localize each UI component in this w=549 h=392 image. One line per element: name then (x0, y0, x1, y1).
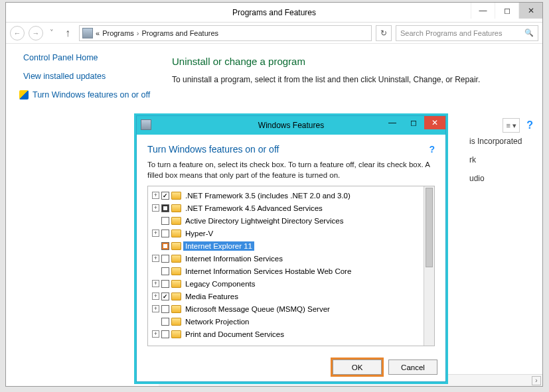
feature-item[interactable]: Internet Information Services Hostable W… (149, 265, 422, 277)
feature-checkbox[interactable] (161, 255, 169, 263)
feature-checkbox[interactable] (161, 217, 169, 225)
feature-item[interactable]: Network Projection (149, 315, 422, 328)
feature-item[interactable]: +.NET Framework 4.5 Advanced Services (149, 202, 422, 214)
feature-item[interactable]: Internet Explorer 11 (149, 239, 422, 252)
expand-button[interactable]: + (152, 293, 159, 300)
breadcrumb-programs[interactable]: Programs (102, 29, 134, 37)
folder-icon (171, 330, 181, 338)
dialog-heading: Turn Windows features on or off (147, 144, 279, 155)
view-options-button[interactable]: ≡ ▾ (503, 118, 520, 133)
feature-label: Active Directory Lightweight Directory S… (183, 216, 345, 226)
chevron-right-icon: › (137, 29, 139, 37)
help-icon[interactable]: ? (526, 119, 533, 131)
feature-label: Internet Explorer 11 (183, 241, 254, 251)
shield-icon (19, 90, 29, 99)
features-tree: +.NET Framework 3.5 (includes .NET 2.0 a… (147, 186, 435, 346)
sidebar-item-turn-windows-features[interactable]: Turn Windows features on or off (19, 90, 152, 99)
feature-label: Internet Information Services Hostable W… (183, 267, 353, 276)
feature-label: Media Features (183, 292, 240, 301)
expand-spacer (152, 217, 159, 224)
feature-item[interactable]: +Hyper-V (149, 227, 422, 239)
folder-icon (171, 217, 181, 225)
expand-spacer (152, 242, 159, 249)
sidebar-item-control-panel-home[interactable]: Control Panel Home (19, 53, 152, 62)
feature-checkbox[interactable] (161, 305, 169, 313)
feature-item[interactable]: Active Directory Lightweight Directory S… (149, 214, 422, 227)
feature-checkbox[interactable] (161, 318, 169, 326)
close-button[interactable]: ✕ (518, 3, 542, 19)
folder-icon (171, 255, 181, 263)
feature-checkbox[interactable] (161, 204, 169, 212)
dialog-help-icon[interactable]: ? (429, 144, 435, 155)
back-button[interactable]: ← (10, 26, 25, 40)
forward-button[interactable]: → (29, 26, 43, 40)
folder-icon (171, 280, 181, 288)
feature-label: Network Projection (183, 317, 252, 326)
folder-icon (171, 192, 181, 200)
feature-item[interactable]: +Microsoft Message Queue (MSMQ) Server (149, 302, 422, 315)
feature-checkbox[interactable] (161, 293, 169, 300)
features-tree-list[interactable]: +.NET Framework 3.5 (includes .NET 2.0 a… (148, 186, 424, 346)
feature-checkbox[interactable] (161, 192, 169, 200)
history-dropdown[interactable]: ˅ (47, 26, 56, 40)
feature-item[interactable]: +.NET Framework 3.5 (includes .NET 2.0 a… (149, 189, 422, 202)
minimize-button[interactable]: — (471, 3, 495, 19)
feature-item[interactable]: +Print and Document Services (149, 328, 422, 340)
refresh-button[interactable]: ↻ (376, 25, 392, 41)
feature-label: .NET Framework 3.5 (includes .NET 2.0 an… (183, 191, 353, 200)
expand-button[interactable]: + (152, 192, 159, 199)
folder-icon (171, 305, 181, 313)
breadcrumb[interactable]: « Programs › Programs and Features (79, 25, 372, 41)
sidebar-item-label: Turn Windows features on or off (33, 90, 150, 99)
expand-button[interactable]: + (152, 229, 159, 237)
feature-checkbox[interactable] (161, 280, 169, 288)
folder-icon (171, 242, 181, 250)
feature-checkbox[interactable] (161, 267, 169, 275)
publisher-column-fragment: is Incorporated rk udio (469, 137, 536, 183)
breadcrumb-chev: « (96, 29, 100, 37)
feature-item[interactable]: +Internet Information Services (149, 252, 422, 265)
expand-button[interactable]: + (152, 255, 159, 262)
folder-icon (171, 204, 181, 212)
feature-checkbox[interactable] (161, 242, 169, 250)
feature-checkbox[interactable] (161, 330, 169, 338)
dialog-maximize-button[interactable]: ◻ (403, 116, 424, 129)
up-button[interactable]: ↑ (60, 26, 75, 40)
feature-item[interactable]: +Media Features (149, 290, 422, 302)
breadcrumb-programs-and-features[interactable]: Programs and Features (141, 29, 218, 37)
maximize-button[interactable]: ◻ (495, 3, 518, 19)
dialog-titlebar[interactable]: Windows Features — ◻ ✕ (137, 116, 445, 135)
main-toolbar: ← → ˅ ↑ « Programs › Programs and Featur… (6, 23, 542, 44)
sidebar-item-view-installed-updates[interactable]: View installed updates (19, 72, 152, 81)
window-title: Programs and Features (232, 8, 316, 17)
dialog-minimize-button[interactable]: — (382, 116, 403, 129)
folder-icon (171, 293, 181, 300)
page-instruction: To uninstall a program, select it from t… (172, 75, 529, 84)
expand-button[interactable]: + (152, 204, 159, 212)
feature-label: Legacy Components (183, 279, 257, 289)
expand-spacer (152, 318, 159, 325)
feature-label: .NET Framework 4.5 Advanced Services (183, 204, 325, 213)
page-heading: Uninstall or change a program (172, 56, 529, 67)
expand-button[interactable]: + (152, 330, 159, 338)
folder-icon (171, 318, 181, 326)
search-input[interactable]: Search Programs and Features 🔍 (396, 25, 538, 41)
main-titlebar: Programs and Features — ◻ ✕ (6, 3, 542, 23)
cancel-button[interactable]: Cancel (388, 359, 437, 375)
vertical-scrollbar[interactable] (424, 186, 434, 346)
dialog-icon (141, 119, 151, 130)
feature-label: Print and Document Services (183, 330, 286, 339)
feature-checkbox[interactable] (161, 229, 169, 237)
scroll-right-button[interactable]: › (532, 376, 541, 385)
feature-label: Internet Information Services (183, 254, 285, 263)
folder-icon (171, 267, 181, 275)
dialog-title: Windows Features (258, 121, 324, 130)
dialog-close-button[interactable]: ✕ (424, 116, 445, 129)
location-icon (82, 28, 93, 38)
feature-item[interactable]: +Legacy Components (149, 277, 422, 290)
scrollbar-thumb[interactable] (426, 188, 433, 267)
dialog-instruction: To turn a feature on, select its check b… (147, 160, 435, 180)
expand-button[interactable]: + (152, 305, 159, 312)
ok-button[interactable]: OK (333, 359, 382, 375)
expand-button[interactable]: + (152, 280, 159, 287)
